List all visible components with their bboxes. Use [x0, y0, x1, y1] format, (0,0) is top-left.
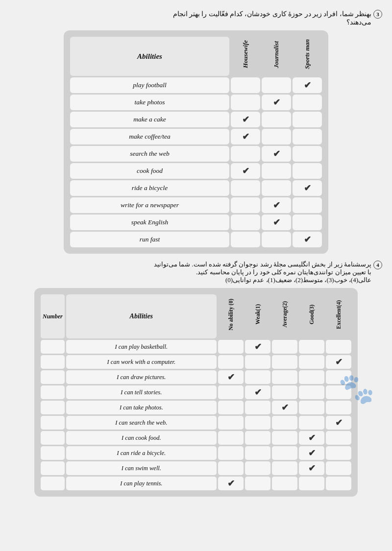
check-cell[interactable]: [262, 163, 291, 179]
check-cell[interactable]: [272, 416, 297, 430]
check-cell[interactable]: [272, 431, 297, 445]
check-cell[interactable]: [299, 401, 324, 414]
check-cell[interactable]: ✔: [218, 370, 244, 384]
check-cell[interactable]: [299, 416, 324, 430]
check-cell[interactable]: [299, 477, 324, 490]
check-cell[interactable]: ✔: [245, 385, 270, 399]
q4-text: پرسشنامۀ زیر از بخش انگلیسی مجلۀ رشد نوج…: [154, 261, 371, 284]
check-cell[interactable]: [218, 340, 244, 354]
check-cell[interactable]: [293, 129, 322, 144]
number-box: [41, 416, 65, 430]
check-cell[interactable]: ✔: [245, 340, 270, 354]
check-cell[interactable]: [231, 180, 260, 196]
check-cell[interactable]: [262, 180, 291, 196]
checkmark-icon: ✔: [242, 132, 249, 142]
check-cell[interactable]: [326, 431, 351, 445]
check-cell[interactable]: [245, 477, 270, 490]
check-cell[interactable]: [218, 461, 244, 475]
ability-name: search the web: [70, 146, 229, 162]
check-cell[interactable]: ✔: [262, 146, 291, 162]
check-cell[interactable]: [326, 446, 351, 460]
check-cell[interactable]: [299, 355, 324, 369]
check-cell[interactable]: ✔: [299, 446, 324, 460]
check-cell[interactable]: [293, 146, 322, 162]
check-cell[interactable]: ✔: [299, 461, 324, 475]
table-row: cook food✔: [70, 163, 322, 179]
table-row: make a cake✔: [70, 112, 322, 127]
checkmark-icon: ✔: [304, 80, 311, 90]
table-row: speak English✔: [70, 215, 322, 230]
check-cell[interactable]: [245, 416, 270, 430]
check-cell[interactable]: [326, 385, 351, 399]
check-cell[interactable]: [272, 446, 297, 460]
checkmark-icon: ✔: [254, 342, 262, 352]
check-cell[interactable]: [326, 401, 351, 414]
check-cell[interactable]: [218, 431, 244, 445]
check-cell[interactable]: ✔: [299, 431, 324, 445]
table-row: I can play basketball.✔: [41, 340, 351, 354]
check-cell[interactable]: ✔: [231, 129, 260, 144]
check-cell[interactable]: ✔: [231, 112, 260, 127]
check-cell[interactable]: [272, 461, 297, 475]
ability-name: I can search the web.: [66, 416, 217, 430]
check-cell[interactable]: [245, 355, 270, 369]
check-cell[interactable]: [245, 446, 270, 460]
check-cell[interactable]: [326, 370, 351, 384]
check-cell[interactable]: [272, 355, 297, 369]
check-cell[interactable]: ✔: [272, 401, 297, 414]
check-cell[interactable]: [326, 477, 351, 490]
check-cell[interactable]: ✔: [293, 180, 322, 196]
check-cell[interactable]: [299, 385, 324, 399]
table-row: play football✔: [70, 77, 322, 93]
checkmark-icon: ✔: [308, 448, 316, 458]
check-cell[interactable]: [293, 197, 322, 213]
table-row: I can ride a bicycle.✔: [41, 446, 351, 460]
check-cell[interactable]: [245, 461, 270, 475]
check-cell[interactable]: [293, 163, 322, 179]
check-cell[interactable]: [326, 461, 351, 475]
checkmark-icon: ✔: [304, 183, 311, 193]
check-cell[interactable]: [262, 112, 291, 127]
check-cell[interactable]: ✔: [293, 232, 322, 247]
table-row: search the web✔: [70, 146, 322, 162]
check-cell[interactable]: [218, 355, 244, 369]
check-cell[interactable]: [262, 77, 291, 93]
check-cell[interactable]: ✔: [293, 77, 322, 93]
check-cell[interactable]: [245, 431, 270, 445]
check-cell[interactable]: [272, 370, 297, 384]
ability-name: I can swim well.: [66, 461, 217, 475]
check-cell[interactable]: [231, 215, 260, 230]
check-cell[interactable]: [231, 146, 260, 162]
check-cell[interactable]: [245, 370, 270, 384]
check-cell[interactable]: [245, 401, 270, 414]
check-cell[interactable]: ✔: [262, 95, 291, 110]
number-box: [41, 340, 65, 354]
check-cell[interactable]: [218, 416, 244, 430]
ability-name: write for a newspaper: [70, 197, 229, 213]
check-cell[interactable]: ✔: [218, 477, 244, 490]
check-cell[interactable]: [231, 77, 260, 93]
check-cell[interactable]: [299, 370, 324, 384]
check-cell[interactable]: [326, 340, 351, 354]
check-cell[interactable]: [218, 401, 244, 414]
check-cell[interactable]: [231, 197, 260, 213]
check-cell[interactable]: ✔: [262, 215, 291, 230]
check-cell[interactable]: [272, 385, 297, 399]
check-cell[interactable]: ✔: [231, 163, 260, 179]
check-cell[interactable]: [299, 340, 324, 354]
check-cell[interactable]: [272, 477, 297, 490]
check-cell[interactable]: ✔: [326, 355, 351, 369]
check-cell[interactable]: [293, 112, 322, 127]
check-cell[interactable]: ✔: [262, 197, 291, 213]
check-cell[interactable]: [262, 232, 291, 247]
check-cell[interactable]: [231, 232, 260, 247]
check-cell[interactable]: [231, 95, 260, 110]
check-cell[interactable]: ✔: [326, 416, 351, 430]
check-cell[interactable]: [293, 215, 322, 230]
check-cell[interactable]: [218, 385, 244, 399]
check-cell[interactable]: [272, 340, 297, 354]
check-cell[interactable]: [262, 129, 291, 144]
col-excellent: Excellent(4): [326, 294, 351, 338]
check-cell[interactable]: [218, 446, 244, 460]
check-cell[interactable]: [293, 95, 322, 110]
